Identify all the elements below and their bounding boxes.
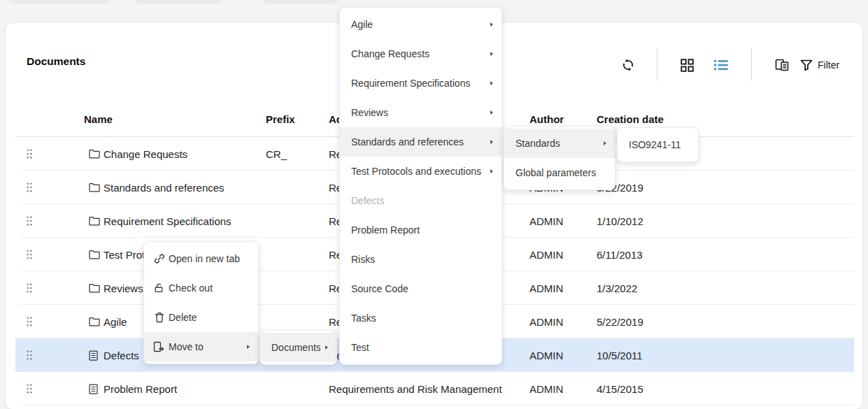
panel-title: Documents [27,55,85,68]
placeholder-bar [9,0,110,3]
row-author: ADMIN [529,238,563,271]
placeholder-bar [135,0,222,3]
menu-item-change-requests[interactable]: Change Requests [340,39,501,69]
menu-item-problem-report[interactable]: Problem Report [340,215,501,245]
filter-icon [800,59,813,71]
folder-icon [89,137,101,171]
row-activity: Requirements and Risk Management [329,372,502,406]
menu-item-reviews[interactable]: Reviews [340,98,501,127]
move-icon [153,341,165,352]
submenu-arrow-icon [325,345,328,350]
list-view-icon[interactable] [711,55,731,75]
filter-label: Filter [818,59,839,71]
folder-icon [89,305,101,338]
submenu-arrow-icon [490,22,493,27]
menu-item-test-protocols-and-executions[interactable]: Test Protocols and executions [340,157,501,186]
menu-item-source-code[interactable]: Source Code [340,274,501,303]
table-row[interactable]: Problem ReportRequirements and Risk Mana… [15,372,854,406]
menu-item-documents[interactable]: Documents [260,333,336,362]
menu-item-standards[interactable]: Standards [504,129,615,158]
toolbar-separator [657,48,657,81]
row-creation-date: 6/11/2013 [597,238,643,271]
column-header-creation-date[interactable]: Creation date [597,113,664,125]
drag-handle-icon[interactable] [24,204,35,238]
menu-item-tasks[interactable]: Tasks [340,303,501,333]
column-header-prefix[interactable]: Prefix [266,113,295,125]
menu-item-defects: Defects [340,186,501,215]
column-header-author[interactable]: Author [529,113,564,125]
submenu-arrow-icon [604,141,606,145]
row-name: Requirement Specifications [104,204,232,238]
drag-handle-icon[interactable] [24,338,35,372]
row-author: ADMIN [529,305,563,338]
context-menu: Open in new tabCheck outDeleteMove to [143,241,259,364]
menu-item-delete[interactable]: Delete [144,303,258,332]
file-icon [89,372,101,406]
submenu-arrow-icon [490,52,493,56]
row-name: Problem Report [104,372,177,406]
column-header-name[interactable]: Name [84,113,113,125]
menu-item-risks[interactable]: Risks [340,245,501,274]
folders-menu: AgileChange RequestsRequirement Specific… [339,7,502,365]
row-creation-date: 4/15/2015 [597,372,643,406]
row-name: Defects [104,338,139,372]
standards-leaf-submenu: ISO9241-11 [617,127,699,162]
unlock-icon [153,282,165,294]
row-creation-date: 1/10/2012 [597,204,643,238]
drag-handle-icon[interactable] [24,372,35,406]
folder-icon [89,271,101,305]
grid-view-icon[interactable] [677,55,697,75]
file-icon [89,338,101,372]
drag-handle-icon[interactable] [24,171,35,204]
folder-icon [89,171,101,204]
row-creation-date: 5/22/2019 [597,305,643,338]
row-author: ADMIN [529,204,563,238]
toolbar-separator [751,48,752,81]
menu-item-open-in-new-tab[interactable]: Open in new tab [144,244,258,273]
menu-item-move-to[interactable]: Move to [144,332,258,361]
folder-icon [89,238,101,271]
row-author: ADMIN [529,338,563,372]
row-name: Reviews [104,271,143,305]
row-author: ADMIN [529,271,563,305]
row-prefix: CR_ [266,137,287,171]
copy-documents-icon[interactable] [772,55,792,75]
drag-handle-icon[interactable] [24,271,35,305]
menu-item-iso9241-11[interactable]: ISO9241-11 [618,130,698,159]
menu-item-test[interactable]: Test [340,333,501,362]
filter-button[interactable]: Filter [800,55,839,75]
row-creation-date: 1/3/2022 [597,271,637,305]
submenu-arrow-icon [490,140,493,144]
row-creation-date: 10/5/2011 [597,338,643,372]
submenu-arrow-icon [490,81,493,85]
submenu-arrow-icon [490,110,493,115]
row-author: ADMIN [529,372,563,406]
move-to-submenu: Documents [259,330,337,365]
row-name: Change Requests [104,137,187,171]
standards-submenu: StandardsGlobal parameters [504,126,616,190]
row-name: Standards and references [104,171,225,204]
menu-item-requirement-specifications[interactable]: Requirement Specifications [340,69,501,98]
page: Documents [0,0,868,409]
placeholder-bar [264,0,338,3]
trash-icon [153,312,165,323]
menu-item-agile[interactable]: Agile [340,10,501,39]
refresh-icon[interactable] [618,55,638,75]
folder-icon [89,204,101,238]
row-name: Agile [104,305,127,338]
drag-handle-icon[interactable] [24,137,35,171]
menu-item-standards-and-references[interactable]: Standards and references [340,127,501,157]
submenu-arrow-icon [247,345,250,349]
menu-item-check-out[interactable]: Check out [144,273,258,303]
menu-item-global-parameters[interactable]: Global parameters [504,158,615,187]
link-icon [153,253,165,264]
drag-handle-icon[interactable] [24,305,35,338]
submenu-arrow-icon [490,169,493,173]
drag-handle-icon[interactable] [24,238,35,271]
